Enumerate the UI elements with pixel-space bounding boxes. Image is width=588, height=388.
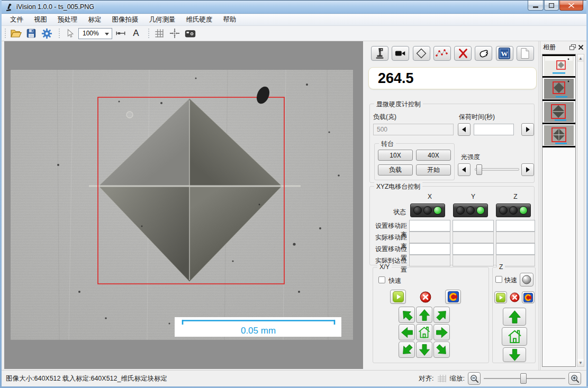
dwell-input[interactable]: [474, 124, 514, 135]
jog-down-left-button[interactable]: [399, 341, 415, 358]
z-reset-button[interactable]: [522, 291, 535, 303]
xy-reset-button[interactable]: [445, 290, 461, 304]
measure-tool-button[interactable]: [114, 27, 128, 40]
z-fast-checkbox[interactable]: [495, 276, 502, 283]
menu-image-capture[interactable]: 图像拍摄: [107, 14, 144, 26]
turret-10x-button[interactable]: 10X: [378, 150, 413, 161]
jog-down-right-button[interactable]: [433, 341, 450, 358]
open-file-button[interactable]: [9, 27, 23, 40]
z-jog-group: Z 快速: [492, 267, 536, 363]
xy-stop-button[interactable]: [418, 290, 433, 304]
clear-button[interactable]: [475, 46, 492, 61]
settings-button[interactable]: [40, 27, 53, 40]
capture-button[interactable]: [183, 27, 197, 40]
close-panel-icon[interactable]: [578, 44, 584, 50]
indent-measure-button[interactable]: [413, 46, 430, 61]
micrograph-image[interactable]: 0.05 mm: [11, 70, 353, 340]
zoom-in-button[interactable]: [568, 372, 581, 385]
hardness-value: 264.5: [369, 70, 414, 87]
image-canvas[interactable]: 0.05 mm: [4, 41, 363, 369]
status-label: 状态: [370, 208, 406, 217]
jog-up-left-button[interactable]: [399, 307, 415, 323]
album-header: 相册: [540, 41, 586, 53]
export-word-button[interactable]: W: [496, 46, 513, 61]
z-home-button[interactable]: [502, 327, 527, 346]
zoom-in-icon: [571, 374, 580, 383]
z-trackball-button[interactable]: [520, 273, 533, 287]
jog-home-button[interactable]: [416, 324, 432, 340]
home-icon: [507, 329, 522, 344]
turret-load-button[interactable]: 负载: [378, 164, 413, 175]
set-position-y-input[interactable]: [453, 243, 494, 255]
jog-up-right-button[interactable]: [433, 307, 450, 323]
jog-left-button[interactable]: [399, 324, 415, 340]
menu-vickers-hardness[interactable]: 维氏硬度: [181, 14, 218, 26]
zoom-level-value: 100%: [83, 30, 99, 37]
z-go-button[interactable]: [494, 291, 507, 303]
menu-preprocess[interactable]: 预处理: [52, 14, 83, 26]
app-window: iVision 1.0.0 - ts_005.PNG 文件 视图 预处理 标定 …: [0, 0, 588, 388]
thumbnail-2[interactable]: [542, 78, 575, 101]
album-scrollbar[interactable]: ▲ ▼: [577, 54, 584, 367]
save-button[interactable]: [24, 27, 38, 40]
minimize-button[interactable]: [528, 1, 544, 11]
new-document-button[interactable]: [517, 46, 534, 61]
z-down-button[interactable]: [503, 347, 526, 362]
x-lamp-2: [423, 206, 432, 215]
scale-bar-label: 0.05 mm: [241, 326, 276, 336]
thumbnail-3[interactable]: [542, 101, 575, 124]
thumbnail-1[interactable]: [542, 54, 575, 78]
turret-40x-button[interactable]: 40X: [416, 150, 451, 161]
set-position-x-input[interactable]: [409, 243, 450, 255]
menu-calibration[interactable]: 标定: [83, 14, 107, 26]
xy-go-button[interactable]: [390, 290, 406, 304]
zoom-slider[interactable]: [484, 373, 565, 384]
hardness-tester-button[interactable]: [371, 46, 388, 61]
menu-help[interactable]: 帮助: [218, 14, 242, 26]
jog-up-button[interactable]: [416, 307, 432, 323]
set-distance-y-input[interactable]: [453, 220, 494, 232]
xy-group-title: X/Y: [377, 263, 392, 271]
light-increase-button[interactable]: [521, 163, 534, 176]
zoom-out-button[interactable]: [468, 372, 481, 385]
jog-down-button[interactable]: [416, 341, 432, 358]
select-cursor-button[interactable]: [63, 27, 77, 40]
text-tool-button[interactable]: A: [129, 27, 143, 40]
load-input[interactable]: [373, 124, 454, 135]
delete-button[interactable]: [454, 46, 472, 61]
dwell-increase-button[interactable]: [521, 123, 534, 136]
menu-view[interactable]: 视图: [29, 14, 52, 26]
float-panel-icon[interactable]: [569, 44, 576, 50]
scroll-down-arrow-icon[interactable]: ▼: [577, 359, 584, 366]
grid-toggle-button[interactable]: [152, 27, 166, 40]
zoom-slider-handle[interactable]: [520, 373, 527, 384]
z-up-button[interactable]: [503, 308, 526, 326]
z-stop-button[interactable]: [508, 291, 521, 303]
close-button[interactable]: [559, 1, 583, 11]
axis-y-label: Y: [453, 193, 494, 200]
xy-fast-checkbox[interactable]: [378, 276, 385, 283]
arrow-up-icon: [508, 310, 522, 324]
word-icon: W: [499, 48, 510, 59]
axis-x-label: X: [409, 193, 450, 200]
menu-geometry-measure[interactable]: 几何测量: [144, 14, 181, 26]
zoom-level-combo[interactable]: 100%: [78, 28, 112, 39]
arrow-down-icon: [508, 348, 521, 362]
turret-start-button[interactable]: 开始: [416, 164, 451, 175]
light-decrease-button[interactable]: [458, 163, 471, 176]
thumbnail-4[interactable]: [542, 124, 575, 147]
menu-file[interactable]: 文件: [5, 14, 29, 26]
maximize-button[interactable]: [544, 1, 559, 11]
center-crosshair-button[interactable]: [168, 27, 182, 40]
set-position-z-input[interactable]: [496, 243, 535, 255]
scroll-up-arrow-icon[interactable]: ▲: [577, 54, 584, 62]
set-distance-z-input[interactable]: [496, 220, 535, 232]
xy-jog-group: X/Y 快速: [373, 267, 489, 363]
dwell-decrease-button[interactable]: [458, 123, 471, 136]
set-distance-x-input[interactable]: [409, 220, 450, 232]
multi-point-button[interactable]: [433, 46, 451, 61]
light-slider-handle[interactable]: [476, 164, 482, 175]
play-icon: [496, 293, 505, 302]
jog-right-button[interactable]: [433, 324, 450, 340]
video-capture-button[interactable]: [392, 46, 409, 61]
